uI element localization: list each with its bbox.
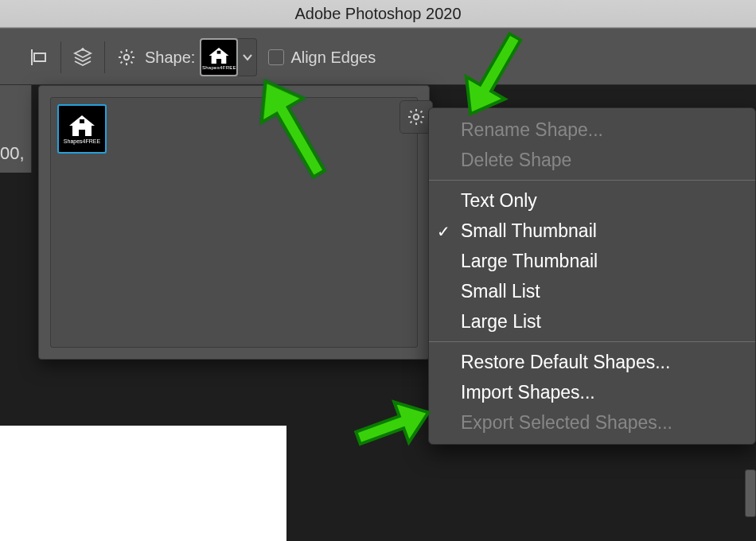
app-window: Adobe Photoshop 2020 Shape: Shapes4FREE bbox=[0, 0, 756, 541]
current-shape-swatch[interactable]: Shapes4FREE bbox=[200, 38, 238, 76]
swatch-caption: Shapes4FREE bbox=[202, 65, 236, 70]
check-icon: ✓ bbox=[437, 222, 450, 241]
menu-item-label: Large List bbox=[461, 311, 541, 333]
svg-point-4 bbox=[414, 115, 419, 119]
menu-separator bbox=[429, 341, 755, 342]
menu-export-selected-shapes: Export Selected Shapes... bbox=[429, 407, 755, 438]
shape-dropdown-button[interactable] bbox=[238, 38, 257, 76]
svg-rect-0 bbox=[34, 53, 45, 61]
menu-rename-shape: Rename Shape... bbox=[429, 115, 755, 145]
shape-thumbnail-caption: Shapes4FREE bbox=[64, 138, 100, 144]
menu-delete-shape: Delete Shape bbox=[429, 145, 755, 175]
menu-item-label: Small Thumbnail bbox=[461, 220, 597, 242]
menu-item-label: Small List bbox=[461, 281, 540, 302]
menu-small-thumbnail[interactable]: ✓Small Thumbnail bbox=[429, 216, 755, 246]
gear-icon[interactable] bbox=[113, 44, 140, 71]
shape-thumbnail[interactable]: Shapes4FREE bbox=[57, 104, 107, 154]
scrollbar[interactable] bbox=[745, 469, 756, 517]
menu-restore-default-shapes[interactable]: Restore Default Shapes... bbox=[429, 347, 755, 377]
menu-large-list[interactable]: Large List bbox=[429, 306, 755, 337]
divider bbox=[60, 41, 61, 73]
menu-text-only[interactable]: Text Only bbox=[429, 185, 755, 216]
menu-import-shapes[interactable]: Import Shapes... bbox=[429, 377, 755, 407]
svg-rect-2 bbox=[217, 50, 221, 53]
coordinate-readout: 00, bbox=[0, 143, 25, 164]
divider bbox=[104, 41, 105, 73]
shape-settings-menu: Rename Shape... Delete Shape Text Only ✓… bbox=[428, 107, 756, 445]
house-shape-icon bbox=[68, 115, 96, 137]
svg-point-1 bbox=[124, 55, 129, 60]
menu-item-label: Rename Shape... bbox=[461, 119, 603, 141]
menu-item-label: Large Thumbnail bbox=[461, 251, 598, 272]
window-title: Adobe Photoshop 2020 bbox=[294, 5, 461, 23]
menu-small-list[interactable]: Small List bbox=[429, 276, 755, 306]
menu-item-label: Text Only bbox=[461, 190, 537, 212]
shape-picker-panel: Shapes4FREE bbox=[38, 85, 430, 360]
shape-picker-grid[interactable]: Shapes4FREE bbox=[50, 97, 418, 348]
chevron-down-icon bbox=[242, 52, 253, 63]
menu-item-label: Import Shapes... bbox=[461, 382, 595, 403]
layers-stack-icon[interactable] bbox=[69, 44, 96, 71]
gear-icon bbox=[407, 107, 426, 126]
document-canvas[interactable] bbox=[0, 426, 286, 541]
shape-label: Shape: bbox=[145, 49, 195, 67]
menu-item-label: Restore Default Shapes... bbox=[461, 352, 670, 373]
menu-large-thumbnail[interactable]: Large Thumbnail bbox=[429, 246, 755, 276]
house-shape-icon bbox=[208, 47, 230, 64]
align-left-icon[interactable] bbox=[25, 44, 53, 71]
svg-rect-3 bbox=[80, 119, 84, 123]
menu-item-label: Export Selected Shapes... bbox=[461, 412, 672, 434]
title-bar: Adobe Photoshop 2020 bbox=[0, 0, 756, 28]
align-edges-label: Align Edges bbox=[290, 49, 376, 67]
options-bar: Shape: Shapes4FREE Align Edges bbox=[0, 28, 756, 85]
align-edges-checkbox[interactable] bbox=[268, 49, 284, 65]
menu-item-label: Delete Shape bbox=[461, 150, 571, 171]
menu-separator bbox=[429, 180, 755, 181]
